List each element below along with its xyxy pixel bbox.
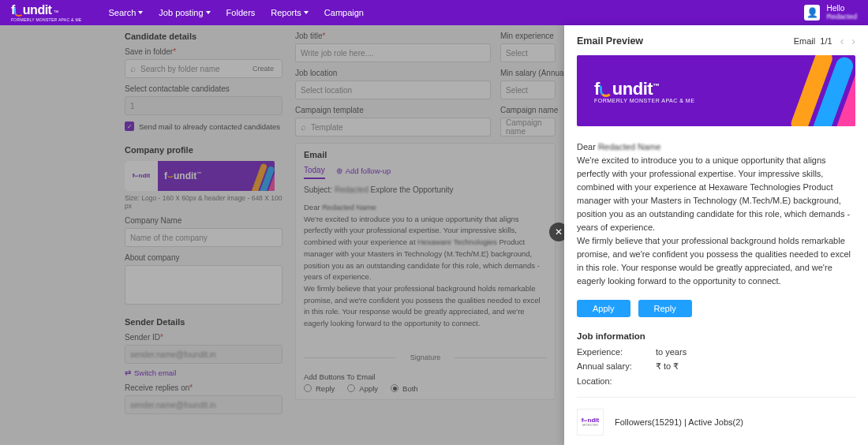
reply-button[interactable]: Reply: [638, 300, 692, 317]
nav-job-posting[interactable]: Job posting: [159, 8, 210, 17]
user-greeting: Hello: [826, 5, 857, 13]
nav-search[interactable]: Search: [108, 8, 143, 17]
main-nav: Search Job posting Folders Reports Campa…: [108, 8, 363, 17]
nav-campaign[interactable]: Campaign: [324, 8, 364, 17]
job-information-header: Job information: [577, 331, 855, 341]
prev-email-button[interactable]: ‹: [840, 35, 844, 47]
company-summary-row: f⌣ndit MONSTER Followers(15291) | Active…: [577, 397, 855, 436]
nav-reports[interactable]: Reports: [271, 8, 309, 17]
top-navbar: fundit™ FORMERLY MONSTER APAC & ME Searc…: [0, 0, 868, 25]
apply-button[interactable]: Apply: [577, 300, 630, 317]
company-followers-jobs: Followers(15291) | Active Jobs(2): [615, 417, 743, 427]
chevron-down-icon: [206, 11, 211, 14]
preview-title: Email Preview: [577, 36, 643, 47]
nav-folders[interactable]: Folders: [226, 8, 256, 17]
brand-logo[interactable]: fundit™ FORMERLY MONSTER APAC & ME: [11, 3, 81, 22]
email-preview-panel: Email Preview Email 1/1 ‹ › fundit™ FORM…: [564, 25, 868, 445]
avatar: 👤: [804, 5, 820, 21]
company-logo-small: f⌣ndit MONSTER: [577, 409, 604, 436]
job-information-section: Job information Experience:to years Annu…: [577, 331, 855, 386]
chevron-down-icon: [304, 11, 309, 14]
preview-banner: fundit™ FORMERLY MONSTER APAC & ME: [577, 55, 855, 126]
user-menu[interactable]: 👤 Hello Redacted: [804, 5, 857, 21]
preview-email-body: Dear Redacted Name We're excited to intr…: [577, 140, 855, 289]
chevron-down-icon: [138, 11, 143, 14]
user-name: Redacted: [826, 13, 857, 21]
next-email-button[interactable]: ›: [851, 35, 855, 47]
